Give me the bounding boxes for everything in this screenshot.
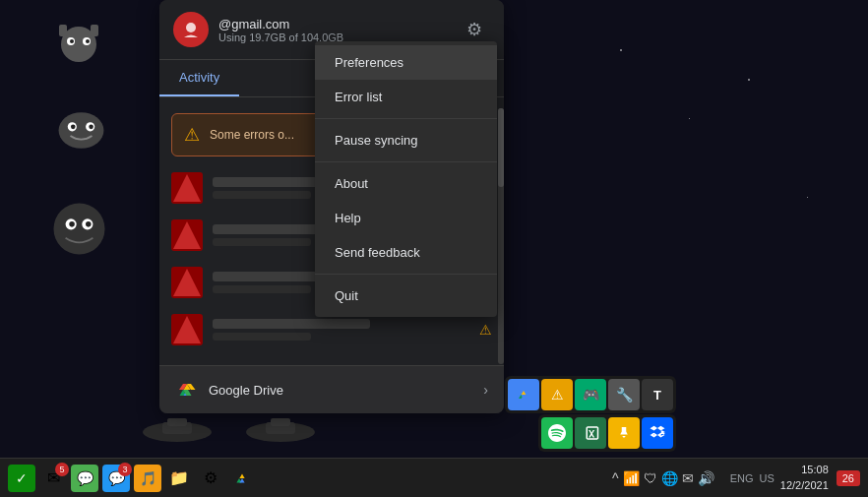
app-dock-top [538, 414, 676, 452]
ship-1 [138, 414, 217, 448]
gdrive-footer-label: Google Drive [209, 383, 283, 398]
taskbar-chat-icon[interactable]: 💬 3 [102, 465, 130, 492]
taskbar-messages-icon[interactable]: 💬 [71, 465, 98, 492]
avatar [173, 12, 209, 47]
file-sub-4 [213, 333, 311, 341]
account-email: @gmail.com [218, 17, 459, 31]
notification-count-badge[interactable]: 26 [837, 470, 860, 486]
taskbar: ✓ ✉ 5 💬 💬 3 🎵 📁 ⚙ [0, 458, 868, 497]
translate-icon[interactable]: T [642, 379, 673, 410]
menu-item-help[interactable]: Help [315, 201, 497, 235]
menu-item-about[interactable]: About [315, 166, 497, 201]
file-status-4: ⚠ [479, 322, 492, 338]
account-info: @gmail.com Using 19.7GB of 104.0GB [218, 17, 459, 43]
app-dock-bottom: ⚠ 🎮 🔧 T [505, 376, 676, 413]
menu-section-4: Quit [315, 275, 497, 317]
taskbar-drive-icon[interactable] [228, 465, 256, 492]
dropbox-icon[interactable] [642, 417, 673, 449]
error-icon: ⚠ [184, 124, 200, 146]
lang-indicator: ENG [730, 472, 754, 484]
menu-item-error-list[interactable]: Error list [315, 80, 497, 114]
system-tray: ^ 📶 🛡 🌐 ✉ 🔊 [612, 470, 714, 486]
taskbar-settings-icon[interactable]: ⚙ [197, 465, 224, 492]
tray-chevron-icon[interactable]: ^ [612, 470, 619, 486]
menu-item-preferences[interactable]: Preferences [315, 45, 497, 80]
file-sub-3 [213, 285, 311, 293]
taskbar-check-icon[interactable]: ✓ [8, 465, 35, 492]
file-thumbnail-3 [171, 267, 203, 298]
svg-point-11 [89, 125, 93, 130]
mail-badge: 5 [55, 463, 69, 476]
svg-point-15 [69, 221, 75, 227]
spotify-icon[interactable] [541, 417, 573, 449]
monster-sprite-1 [49, 20, 108, 88]
clock: 15:08 12/2/2021 [780, 463, 829, 493]
taskbar-right: ^ 📶 🛡 🌐 ✉ 🔊 ENG US 15:08 12/2/2021 26 [612, 463, 860, 493]
menu-section-1: Preferences Error list [315, 41, 497, 119]
star [620, 49, 622, 51]
scrollbar[interactable] [498, 108, 504, 364]
file-thumbnail-1 [171, 172, 203, 204]
gdrive-small-icon[interactable] [508, 379, 539, 410]
taskbar-folder-icon[interactable]: 📁 [165, 465, 193, 492]
star [748, 79, 750, 81]
taskbar-music-icon[interactable]: 🎵 [134, 465, 161, 492]
file-sub-1 [213, 191, 311, 199]
keep-icon[interactable] [608, 417, 640, 449]
chat-badge: 3 [118, 463, 132, 476]
svg-point-7 [59, 112, 104, 149]
clock-time: 15:08 [780, 463, 829, 477]
excel-icon[interactable] [575, 417, 606, 449]
file-thumbnail-2 [171, 219, 203, 251]
star [689, 118, 690, 119]
svg-rect-19 [167, 418, 187, 426]
menu-section-2: Pause syncing [315, 119, 497, 162]
menu-item-quit[interactable]: Quit [315, 279, 497, 313]
monster-sprite-3 [47, 197, 111, 270]
star [807, 197, 808, 198]
svg-rect-2 [91, 25, 98, 36]
svg-point-23 [186, 23, 196, 32]
file-info-4 [213, 319, 469, 341]
warning-small-icon[interactable]: ⚠ [541, 379, 573, 410]
region-indicator: US [760, 472, 775, 484]
panel-footer: Google Drive › [159, 365, 504, 413]
file-name-4 [213, 319, 370, 329]
file-thumbnail-4 [171, 314, 203, 345]
gdrive-footer-icon [175, 378, 199, 402]
menu-item-send-feedback[interactable]: Send feedback [315, 235, 497, 270]
taskbar-left: ✓ ✉ 5 💬 💬 3 🎵 📁 ⚙ [8, 465, 612, 492]
tray-volume-icon[interactable]: 🔊 [698, 470, 714, 486]
svg-point-5 [70, 39, 74, 43]
svg-point-16 [86, 221, 92, 227]
tool-icon[interactable]: 🔧 [608, 379, 640, 410]
tab-activity[interactable]: Activity [159, 60, 239, 96]
taskbar-mail-icon[interactable]: ✉ 5 [39, 465, 67, 492]
ship-2 [241, 414, 320, 448]
context-menu: Preferences Error list Pause syncing Abo… [315, 41, 497, 317]
svg-rect-22 [271, 418, 290, 426]
error-text: Some errors o... [210, 128, 294, 142]
game-icon[interactable]: 🎮 [575, 379, 606, 410]
scroll-thumb [498, 108, 504, 187]
svg-rect-1 [59, 25, 67, 36]
tray-mail-icon[interactable]: ✉ [682, 470, 694, 486]
tray-network-icon[interactable]: 🌐 [661, 470, 678, 486]
gdrive-arrow-icon: › [483, 382, 488, 398]
clock-region: ENG US 15:08 12/2/2021 [730, 463, 829, 493]
clock-date: 12/2/2021 [780, 478, 829, 493]
tray-security-icon[interactable]: 🛡 [644, 470, 657, 486]
menu-item-pause-syncing[interactable]: Pause syncing [315, 123, 497, 157]
tray-wifi-icon[interactable]: 📶 [623, 470, 640, 486]
file-sub-2 [213, 238, 311, 246]
svg-point-6 [86, 39, 90, 43]
monster-sprite-2 [54, 103, 108, 166]
menu-section-3: About Help Send feedback [315, 162, 497, 275]
svg-point-10 [71, 125, 76, 130]
svg-point-12 [54, 204, 105, 255]
